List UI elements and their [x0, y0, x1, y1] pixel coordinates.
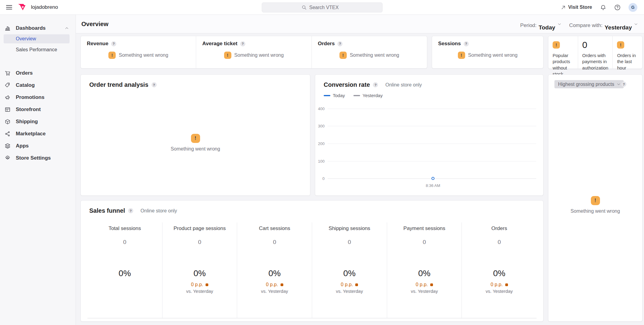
cart-icon [4, 70, 11, 76]
megaphone-icon [4, 94, 11, 100]
stat-label: Orders with payments in authorization [582, 52, 608, 71]
conversion-rate-card: Conversion rate ? Online store only Toda… [315, 74, 543, 196]
sidebar: Dashboards Overview Sales Performance Or… [0, 15, 76, 325]
funnel-col-cart-sessions: Cart sessions 0 0% 0 p.p. vs. Yesterday [237, 222, 312, 318]
stat-orders-payments-authorization[interactable]: 0 Orders with payments in authorization [578, 36, 613, 69]
funnel-title: Sales funnel [89, 207, 125, 214]
help-icon[interactable]: ? [111, 41, 116, 46]
products-metric-select[interactable]: Highest grossing products [554, 80, 624, 88]
notifications-button[interactable] [600, 4, 606, 11]
page-title: Overview [81, 21, 108, 28]
chevron-down-icon [557, 22, 561, 26]
warning-icon: ! [458, 52, 465, 59]
page-header: Overview Period: Today Compare with: Yes… [76, 15, 644, 33]
error-message: Something went wrong [350, 52, 399, 58]
sidebar-item-promotions[interactable]: Promotions [0, 91, 76, 103]
y-tick: 100 [318, 159, 325, 164]
bell-icon [600, 4, 606, 11]
help-icon[interactable]: ? [464, 41, 469, 46]
sidebar-item-store-settings[interactable]: Store Settings [0, 152, 76, 164]
menu-icon[interactable] [6, 5, 12, 10]
help-button[interactable] [614, 4, 621, 11]
y-tick: 400 [318, 107, 325, 111]
funnel-col-product-page-sessions: Product page sessions 0 0% 0 p.p. vs. Ye… [162, 222, 237, 318]
help-icon[interactable]: ? [337, 41, 342, 46]
sidebar-item-overview[interactable]: Overview [4, 34, 70, 43]
sales-funnel-card: Sales funnel ? Online store only Total s… [80, 200, 543, 322]
delta-badge: 0 p.p. [266, 282, 283, 287]
sidebar-item-sales-performance[interactable]: Sales Performance [4, 45, 70, 54]
kpi-average-ticket: Average ticket ? ! Something went wrong [196, 36, 311, 68]
legend-today[interactable]: Today [324, 93, 345, 98]
tag-icon [4, 82, 11, 88]
global-search[interactable] [262, 2, 383, 12]
external-link-icon [561, 5, 566, 10]
warning-icon: ! [191, 134, 200, 143]
cube-icon [4, 119, 11, 125]
compare-value: Yesterday [605, 24, 632, 31]
delta-bullet-icon [430, 283, 433, 286]
help-icon[interactable]: ? [621, 82, 626, 87]
chevron-down-icon [634, 22, 638, 26]
funnel-col-orders: Orders 0 0% 0 p.p. vs. Yesterday [462, 222, 537, 318]
sidebar-item-apps[interactable]: Apps [0, 140, 76, 152]
period-selector[interactable]: Period: Today [520, 17, 561, 31]
kpi-title: Sessions [438, 41, 461, 47]
visit-store-label: Visit Store [568, 5, 592, 10]
data-point-today [431, 177, 434, 180]
compare-selector[interactable]: Compare with: Yesterday [569, 17, 638, 31]
warning-icon: ! [339, 52, 347, 59]
sidebar-item-shipping[interactable]: Shipping [0, 116, 76, 128]
vtex-logo[interactable] [18, 4, 26, 11]
sidebar-spacer [0, 56, 76, 67]
avatar[interactable]: G [629, 3, 637, 12]
kpi-orders: Orders ? ! Something went wrong [312, 36, 427, 68]
help-icon[interactable]: ? [128, 208, 133, 213]
help-icon[interactable]: ? [240, 41, 245, 46]
stat-popular-products-without-stock[interactable]: ! Popular products without stock [548, 36, 578, 69]
conversion-chart: 400 300 200 100 0 8:36 AM [328, 105, 536, 182]
chart-legend: Today Yesterday [324, 93, 383, 98]
bar-chart-icon [4, 25, 11, 31]
help-icon[interactable]: ? [373, 82, 378, 87]
y-tick: 0 [322, 176, 325, 181]
sidebar-item-catalog[interactable]: Catalog [0, 79, 76, 91]
search-icon [302, 5, 307, 10]
help-icon[interactable]: ? [152, 82, 157, 87]
stat-orders-last-hour[interactable]: ! Orders in the last hour [612, 36, 642, 69]
kpi-card-sessions: Sessions ? ! Something went wrong [432, 36, 543, 69]
chevron-down-icon [617, 82, 621, 86]
question-circle-icon [614, 4, 621, 11]
warning-icon: ! [591, 196, 600, 205]
stat-label: Orders in the last hour [617, 52, 638, 71]
y-tick: 200 [318, 141, 325, 146]
topbar: lojadobreno Visit Store G [0, 0, 644, 15]
vtex-logo-icon [18, 4, 26, 11]
stat-label: Popular products without stock [553, 52, 574, 77]
visit-store-button[interactable]: Visit Store [561, 5, 592, 10]
error-message: Something went wrong [171, 146, 220, 152]
online-store-only-note: Online store only [141, 208, 177, 214]
sidebar-item-dashboards[interactable]: Dashboards [0, 22, 76, 34]
warning-icon: ! [108, 52, 116, 59]
sidebar-item-storefront[interactable]: Storefront [0, 103, 76, 116]
funnel-columns: Total sessions 0 0% Product page session… [87, 222, 537, 318]
error-message: Something went wrong [571, 208, 620, 214]
delta-badge: 0 p.p. [416, 282, 433, 287]
x-axis-label: 8:36 AM [426, 183, 440, 188]
layout-icon [4, 107, 11, 113]
warning-icon: ! [617, 41, 624, 49]
order-trend-title: Order trend analysis [89, 81, 148, 88]
kpi-title: Revenue [87, 41, 108, 47]
period-label: Period: [520, 22, 537, 29]
kpi-title: Orders [318, 41, 335, 47]
online-store-only-note: Online store only [385, 82, 422, 88]
sidebar-item-orders[interactable]: Orders [0, 67, 76, 79]
legend-yesterday[interactable]: Yesterday [353, 93, 383, 98]
kpi-revenue: Revenue ? ! Something went wrong [81, 36, 196, 68]
sidebar-item-marketplace[interactable]: Marketplace [0, 128, 76, 140]
search-input[interactable] [309, 5, 343, 10]
gear-icon [4, 155, 11, 161]
compare-label: Compare with: [569, 22, 603, 29]
period-value: Today [539, 24, 555, 31]
